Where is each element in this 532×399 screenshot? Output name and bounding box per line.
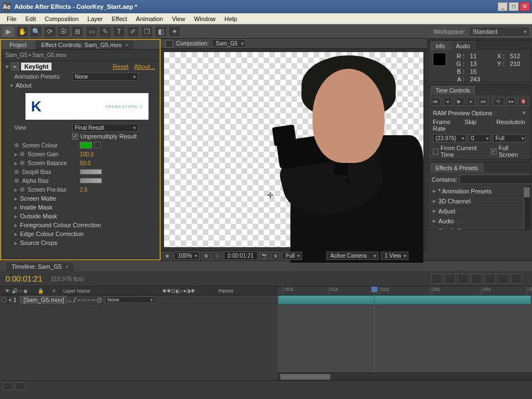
group-screen-matte[interactable]: Screen Matte — [20, 195, 56, 202]
ram-dropdown-icon[interactable]: ▾ — [523, 109, 526, 116]
eyedropper-icon[interactable] — [94, 142, 101, 149]
menu-file[interactable]: File — [2, 14, 21, 23]
menu-composition[interactable]: Composition — [40, 14, 83, 23]
stopwatch-icon[interactable] — [14, 170, 19, 174]
menu-effect[interactable]: Effect — [107, 14, 131, 23]
timeline-layer-row[interactable]: ▸1 [Sam_G5.mov] ◡ ╱ ─ ─ ─ ─ @None — [0, 295, 277, 304]
time-ruler[interactable]: :00s 01s 02s 03s 04s 05s — [277, 287, 532, 295]
always-preview-icon[interactable]: ▣ — [163, 252, 172, 260]
close-tab-icon[interactable]: × — [125, 42, 128, 48]
anim-preset-select[interactable]: None — [72, 73, 139, 81]
toggle-switches-icon[interactable] — [3, 382, 13, 390]
mute-button[interactable]: 🔇 — [518, 97, 528, 106]
skip-select[interactable]: 0 — [468, 134, 490, 142]
frame-blend-icon[interactable] — [471, 274, 482, 284]
layer-name[interactable]: [Sam_G5.mov] — [21, 296, 66, 304]
view-select[interactable]: Final Result — [72, 124, 139, 132]
group-inside-mask[interactable]: Inside Mask — [20, 204, 53, 211]
disclosure-icon[interactable]: ▸ — [14, 151, 20, 158]
menu-edit[interactable]: Edit — [21, 14, 40, 23]
selection-tool-icon[interactable]: ▶ — [2, 26, 14, 37]
effect-name[interactable]: Keylight — [21, 63, 52, 70]
preset-folder[interactable]: ▸Blur & Sharpen — [428, 226, 530, 229]
current-time-display[interactable]: 0:00:01:21 — [224, 252, 258, 260]
loop-button[interactable]: ⟲ — [493, 97, 504, 106]
stopwatch-icon[interactable] — [14, 143, 19, 147]
composition-viewer[interactable]: ✛ ↖ — [164, 52, 423, 247]
clone-tool-icon[interactable]: ❐ — [141, 26, 153, 37]
ram-resolution-select[interactable]: Full — [493, 134, 526, 142]
motion-blur-icon[interactable] — [484, 274, 495, 284]
unpremult-checkbox[interactable]: ✓ — [72, 134, 78, 140]
views-select[interactable]: 1 View — [381, 252, 408, 260]
zoom-select[interactable]: 100% — [174, 252, 200, 260]
rotate-tool-icon[interactable]: ⟳ — [44, 26, 56, 37]
time-navigator-thumb[interactable] — [280, 374, 330, 380]
full-screen-checkbox[interactable]: ✓ — [491, 149, 497, 155]
ram-preview-button[interactable]: ▸▸ — [507, 97, 516, 106]
disclosure-icon[interactable]: ▸ — [14, 239, 20, 247]
disclosure-icon[interactable]: ▸ — [14, 160, 20, 167]
comp-flowchart-icon[interactable] — [431, 274, 442, 284]
disclosure-icon[interactable]: ▸ — [14, 222, 20, 229]
tab-time-controls[interactable]: Time Controls — [431, 86, 475, 95]
despill-bias-bar[interactable] — [80, 169, 102, 175]
draft-3d-icon[interactable] — [444, 274, 456, 284]
stopwatch-icon[interactable] — [20, 152, 24, 156]
hand-tool-icon[interactable]: ✋ — [16, 26, 28, 37]
brush-tool-icon[interactable]: ✐ — [127, 26, 139, 37]
timeline-current-time[interactable]: 0:00:01:21 — [6, 274, 42, 283]
disclosure-icon[interactable]: ▸ — [14, 213, 20, 220]
maximize-button[interactable]: □ — [509, 2, 519, 11]
brainstorm-icon[interactable] — [498, 274, 509, 284]
menu-window[interactable]: Window — [190, 14, 220, 23]
timeline-track-area[interactable]: :00s 01s 02s 03s 04s 05s — [277, 287, 532, 380]
screen-balance-value[interactable]: 50.0 — [80, 160, 90, 166]
group-outside-mask[interactable]: Outside Mask — [20, 213, 57, 219]
channel-icon[interactable]: ◑ — [271, 252, 280, 260]
disclosure-icon[interactable]: ▾ — [6, 63, 9, 70]
menu-view[interactable]: View — [167, 14, 190, 23]
group-fg-cc[interactable]: Foreground Colour Correction — [20, 222, 101, 228]
pen-tool-icon[interactable]: ✎ — [99, 26, 111, 37]
next-frame-button[interactable]: ▸ — [467, 97, 477, 106]
first-frame-button[interactable]: ⏮ — [431, 97, 441, 106]
disclosure-icon[interactable]: ▸ — [14, 231, 20, 238]
group-source-crops[interactable]: Source Crops — [20, 239, 57, 246]
disclosure-icon[interactable]: ▸ — [14, 186, 20, 193]
preset-folder[interactable]: ▸Adjust — [428, 206, 530, 216]
preset-folder[interactable]: ▸Audio — [428, 216, 530, 226]
resolution-select[interactable]: Full — [282, 252, 302, 260]
group-edge-cc[interactable]: Edge Colour Correction — [20, 231, 84, 237]
playhead-cap-icon[interactable] — [371, 287, 377, 292]
scrollbar-thumb[interactable] — [524, 187, 530, 197]
menu-help[interactable]: Help — [220, 14, 242, 23]
menu-animation[interactable]: Animation — [131, 14, 167, 23]
stopwatch-icon[interactable] — [20, 161, 24, 165]
preset-folder[interactable]: ▸* Animation Presets — [428, 186, 530, 196]
toggle-modes-icon[interactable] — [16, 382, 25, 390]
shy-icon[interactable] — [458, 274, 469, 284]
comp-select[interactable]: Sam_G5 — [212, 39, 245, 48]
last-frame-button[interactable]: ⏭ — [478, 97, 488, 106]
parent-select[interactable]: None — [105, 296, 155, 303]
pickwhip-icon[interactable]: @ — [96, 296, 103, 303]
grid-icon[interactable]: ▦ — [202, 252, 211, 260]
playhead[interactable] — [374, 287, 375, 380]
screen-preblur-value[interactable]: 2.5 — [80, 187, 88, 193]
about-link[interactable]: About... — [134, 63, 155, 70]
tab-project[interactable]: Project — [3, 40, 33, 49]
from-current-checkbox[interactable] — [433, 149, 438, 155]
stopwatch-icon[interactable] — [14, 178, 19, 183]
disclosure-icon[interactable]: ▸ — [14, 195, 20, 202]
layer-switches[interactable]: ◡ ╱ ─ ─ ─ ─ — [67, 295, 96, 304]
layer-duration-bar[interactable] — [278, 295, 531, 304]
tab-effect-controls[interactable]: Effect Controls: Sam_G5.mov× — [35, 40, 135, 49]
minimize-button[interactable]: _ — [498, 2, 508, 11]
prev-frame-button[interactable]: ◂ — [443, 97, 453, 106]
tab-effects-presets[interactable]: Effects & Presets — [431, 163, 483, 172]
screen-gain-value[interactable]: 100.0 — [80, 151, 94, 157]
mask-icon[interactable]: ◫ — [213, 252, 222, 260]
pan-behind-tool-icon[interactable]: ⊞ — [71, 26, 84, 37]
tab-timeline[interactable]: Timeline: Sam_G5× — [6, 262, 75, 271]
